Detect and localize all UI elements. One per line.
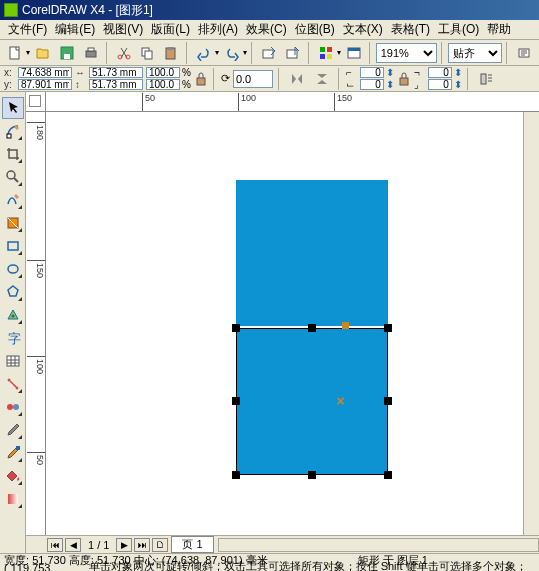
selection-handle[interactable] [232, 324, 240, 332]
freehand-tool[interactable] [2, 189, 24, 211]
basic-shapes-tool[interactable] [2, 304, 24, 326]
horizontal-scrollbar[interactable] [218, 538, 539, 552]
dropdown-icon[interactable]: ▾ [215, 48, 219, 57]
page-count: 1 / 1 [82, 539, 115, 551]
dropdown-icon[interactable]: ▾ [243, 48, 247, 57]
dropdown-icon[interactable]: ▾ [337, 48, 341, 57]
smart-fill-tool[interactable] [2, 212, 24, 234]
redo-button[interactable] [221, 42, 243, 64]
x-label: x: [4, 67, 16, 78]
prev-page-button[interactable]: ◀ [65, 538, 81, 552]
interactive-tool[interactable] [2, 396, 24, 418]
crop-tool[interactable] [2, 143, 24, 165]
snap-select[interactable]: 贴齐 [448, 43, 502, 63]
open-button[interactable] [32, 42, 54, 64]
rotation-input[interactable] [233, 70, 273, 88]
selection-handle[interactable] [384, 471, 392, 479]
center-marker: × [336, 397, 345, 406]
menu-help[interactable]: 帮助 [483, 19, 515, 40]
dropdown-icon[interactable]: ▾ [26, 48, 30, 57]
welcome-button[interactable] [343, 42, 365, 64]
selection-handle[interactable] [308, 324, 316, 332]
save-button[interactable] [56, 42, 78, 64]
dimension-tool[interactable] [2, 373, 24, 395]
x-input[interactable] [18, 67, 72, 78]
zoom-select[interactable]: 191% [376, 43, 438, 63]
lock-corners-button[interactable] [397, 67, 411, 91]
ruler-origin[interactable] [26, 92, 46, 112]
menu-arrange[interactable]: 排列(A) [194, 19, 242, 40]
svg-rect-22 [481, 74, 486, 84]
rectangle-object-selected[interactable] [236, 328, 388, 475]
svg-point-24 [7, 171, 15, 179]
corner-tr-input[interactable] [428, 67, 452, 78]
undo-button[interactable] [193, 42, 215, 64]
rectangle-tool[interactable] [2, 235, 24, 257]
next-page-button[interactable]: ▶ [116, 538, 132, 552]
menu-table[interactable]: 表格(T) [387, 19, 434, 40]
first-page-button[interactable]: ⏮ [47, 538, 63, 552]
scale-x-input[interactable] [146, 67, 180, 78]
vertical-ruler[interactable]: 50 100 150 180 [26, 112, 46, 535]
corner-br-input[interactable] [428, 79, 452, 90]
lock-aspect-button[interactable] [194, 67, 208, 91]
menu-layout[interactable]: 版面(L) [147, 19, 194, 40]
outline-tool[interactable] [2, 442, 24, 464]
shape-tool[interactable] [2, 120, 24, 142]
mirror-v-button[interactable] [311, 68, 333, 90]
svg-rect-21 [400, 78, 408, 85]
selection-handle[interactable] [308, 471, 316, 479]
svg-rect-8 [145, 51, 152, 59]
menu-edit[interactable]: 编辑(E) [51, 19, 99, 40]
selection-handle[interactable] [232, 471, 240, 479]
copy-button[interactable] [137, 42, 159, 64]
horizontal-ruler[interactable]: 50 100 150 [46, 92, 539, 112]
selection-handle[interactable] [232, 397, 240, 405]
drawing-canvas[interactable]: × [46, 112, 523, 535]
wrap-text-button[interactable] [475, 68, 497, 90]
svg-rect-10 [168, 47, 173, 50]
app-launcher-button[interactable] [315, 42, 337, 64]
last-page-button[interactable]: ⏭ [134, 538, 150, 552]
polygon-tool[interactable] [2, 281, 24, 303]
vertical-scrollbar[interactable] [523, 112, 539, 535]
cut-button[interactable] [113, 42, 135, 64]
text-tool[interactable]: 字 [2, 327, 24, 349]
export-button[interactable] [282, 42, 304, 64]
menu-text[interactable]: 文本(X) [339, 19, 387, 40]
height-input[interactable] [89, 79, 143, 90]
mirror-h-button[interactable] [286, 68, 308, 90]
page-tab[interactable]: 页 1 [171, 536, 213, 553]
selection-handle[interactable] [384, 324, 392, 332]
corner-tl-icon: ⌐ [346, 67, 358, 78]
property-bar: x: y: ↔ ↕ % % ⟳ ⌐⬍ ⌙⬍ ¬⬍ ⌟⬍ [0, 66, 539, 92]
new-button[interactable] [4, 42, 26, 64]
svg-rect-30 [7, 356, 19, 366]
y-input[interactable] [18, 79, 72, 90]
import-button[interactable] [258, 42, 280, 64]
menu-tools[interactable]: 工具(O) [434, 19, 483, 40]
zoom-tool[interactable] [2, 166, 24, 188]
menu-file[interactable]: 文件(F) [4, 19, 51, 40]
print-button[interactable] [80, 42, 102, 64]
menu-effects[interactable]: 效果(C) [242, 19, 291, 40]
options-button[interactable] [513, 42, 535, 64]
corner-bl-input[interactable] [360, 79, 384, 90]
menu-bitmap[interactable]: 位图(B) [291, 19, 339, 40]
pick-tool[interactable] [2, 97, 24, 119]
corner-tl-input[interactable] [360, 67, 384, 78]
fill-tool[interactable] [2, 465, 24, 487]
paste-button[interactable] [160, 42, 182, 64]
width-input[interactable] [89, 67, 143, 78]
interactive-fill-tool[interactable] [2, 488, 24, 510]
ellipse-tool[interactable] [2, 258, 24, 280]
add-page-button[interactable]: 🗋 [152, 538, 168, 552]
selection-handle[interactable] [384, 397, 392, 405]
table-tool[interactable] [2, 350, 24, 372]
svg-point-32 [13, 404, 19, 410]
standard-toolbar: ▾ ▾ ▾ ▾ 191% 贴齐 [0, 40, 539, 66]
eyedropper-tool[interactable] [2, 419, 24, 441]
rectangle-object[interactable] [236, 180, 388, 326]
menu-view[interactable]: 视图(V) [99, 19, 147, 40]
scale-y-input[interactable] [146, 79, 180, 90]
